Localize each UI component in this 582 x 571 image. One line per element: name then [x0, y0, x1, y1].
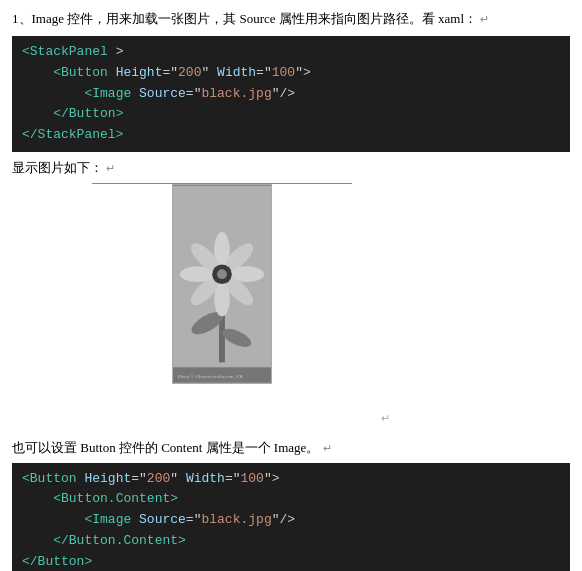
code-tag-stackpanel-open: <StackPanel: [22, 44, 108, 59]
flower-image: Photo © Uknwn fotolia.com_UK: [173, 185, 271, 383]
pilcrow-2: ↵: [106, 162, 115, 174]
code2-tag-button-close: </Button>: [22, 554, 92, 569]
watermark-text: Photo © Uknwn fotolia.com_UK: [178, 374, 244, 379]
code-tag-button-close: </Button>: [53, 106, 123, 121]
code2-attr-width: Width: [186, 471, 225, 486]
code-block-2: <Button Height="200" Width="100"> <Butto…: [12, 463, 570, 571]
code-val-width: 100: [272, 65, 295, 80]
pilcrow-3: ↵: [12, 410, 390, 428]
code2-tag-content-open: <Button.Content>: [53, 491, 178, 506]
code-block-1: <StackPanel > <Button Height="200" Width…: [12, 36, 570, 152]
code2-tag-content-close: </Button.Content>: [53, 533, 186, 548]
display-label: 显示图片如下： ↵: [12, 158, 570, 179]
intro-paragraph: 1、Image 控件，用来加载一张图片，其 Source 属性用来指向图片路径。…: [12, 8, 570, 30]
code-tag-stackpanel-close: </StackPanel>: [22, 127, 123, 142]
flower-svg: Photo © Uknwn fotolia.com_UK: [173, 185, 271, 383]
pilcrow-1: ↵: [480, 13, 489, 25]
code2-attr-source: Source: [139, 512, 186, 527]
code2-val-source: black.jpg: [201, 512, 271, 527]
code-text-1: >: [108, 44, 124, 59]
svg-point-14: [217, 269, 227, 279]
code2-tag-image: <Image: [84, 512, 131, 527]
code-val-height: 200: [178, 65, 201, 80]
button-frame: Photo © Uknwn fotolia.com_UK: [172, 184, 272, 384]
code2-attr-height: Height: [84, 471, 131, 486]
pilcrow-4: ↵: [323, 442, 332, 454]
code-attr-height: Height: [116, 65, 163, 80]
intro-text: 1、Image 控件，用来加载一张图片，其 Source 属性用来指向图片路径。…: [12, 11, 477, 26]
also-text: 也可以设置 Button 控件的 Content 属性是一个 Image。: [12, 440, 319, 455]
code2-val-width: 100: [241, 471, 264, 486]
code-val-source: black.jpg: [201, 86, 271, 101]
code2-tag-button-open: <Button: [22, 471, 77, 486]
code2-val-height: 200: [147, 471, 170, 486]
code-tag-image: <Image: [84, 86, 131, 101]
image-display-container: Photo © Uknwn fotolia.com_UK: [92, 183, 352, 384]
code-attr-source: Source: [139, 86, 186, 101]
code-attr-width: Width: [217, 65, 256, 80]
also-paragraph: 也可以设置 Button 控件的 Content 属性是一个 Image。 ↵: [12, 438, 570, 459]
code-tag-button-open: <Button: [53, 65, 108, 80]
display-label-text: 显示图片如下：: [12, 160, 103, 175]
